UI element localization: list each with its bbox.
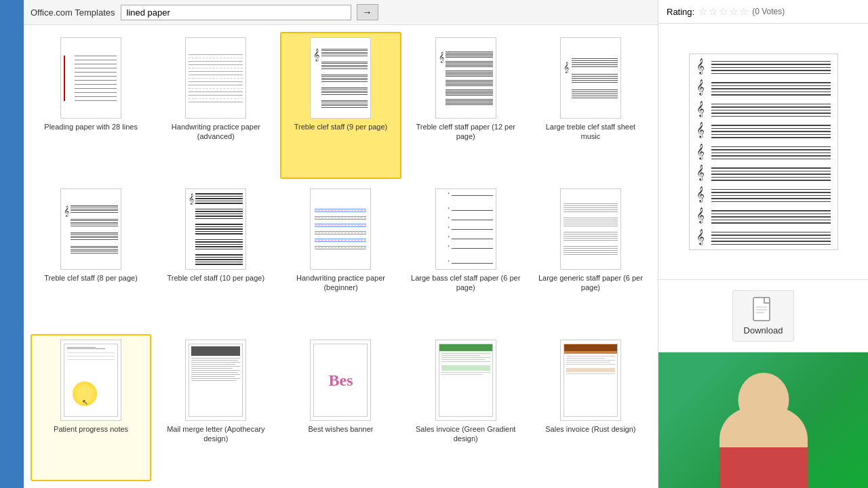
template-grid: Pleading paper with 28 lines — [24, 25, 658, 488]
label-handwriting-advanced: Handwriting practice paper (advanced) — [161, 122, 271, 142]
thumbnail-sales-rust — [560, 340, 621, 421]
template-mail-merge[interactable]: Mail merge letter (Apothecary design) — [155, 334, 276, 481]
webcam-area — [658, 352, 868, 488]
rating-label: Rating: — [667, 7, 694, 17]
download-label: Download — [744, 325, 783, 336]
star-1[interactable]: ☆ — [698, 5, 707, 18]
template-pleading-28[interactable]: Pleading paper with 28 lines — [31, 32, 151, 179]
download-button[interactable]: Download — [732, 290, 795, 342]
thumbnail-handwriting-beginner — [310, 188, 371, 270]
preview-sheet: 𝄞 𝄞 𝄞 — [689, 54, 838, 250]
download-section: Download — [658, 280, 868, 352]
search-button[interactable]: → — [357, 4, 378, 20]
label-large-bass: Large bass clef staff paper (6 per page) — [411, 273, 521, 293]
template-sales-rust[interactable]: Sales invoice (Rust design) — [530, 334, 651, 481]
rating-bar: Rating: ☆ ☆ ☆ ☆ ☆ (0 Votes) — [658, 0, 868, 24]
thumbnail-large-bass: 𝄢 ' ' ' ' ' ' ' ' ' ' — [435, 188, 496, 270]
template-large-generic[interactable]: Large generic staff paper (6 per page) — [530, 183, 651, 330]
template-treble-clef-9[interactable]: 𝄞 — [280, 32, 401, 179]
thumbnail-treble-clef-9: 𝄞 — [310, 37, 371, 119]
webcam-background — [658, 352, 868, 488]
template-treble-clef-12[interactable]: 𝄞 — [406, 32, 526, 179]
label-sales-rust: Sales invoice (Rust design) — [545, 424, 635, 434]
label-sales-green: Sales invoice (Green Gradient design) — [411, 424, 521, 444]
document-icon — [752, 296, 774, 322]
label-treble-clef-9: Treble clef staff (9 per page) — [294, 122, 388, 131]
stars-container: ☆ ☆ ☆ ☆ ☆ — [698, 5, 748, 18]
preview-area: 𝄞 𝄞 𝄞 — [658, 24, 868, 280]
template-treble-clef-10[interactable]: 𝄞 — [155, 183, 276, 330]
label-large-generic: Large generic staff paper (6 per page) — [536, 273, 646, 293]
star-2[interactable]: ☆ — [709, 5, 717, 18]
thumbnail-treble-clef-8: 𝄞 — [60, 188, 121, 270]
thumbnail-handwriting-advanced — [185, 37, 246, 119]
thumbnail-best-wishes: Bes — [310, 340, 371, 421]
star-5[interactable]: ☆ — [739, 5, 748, 18]
label-pleading-28: Pleading paper with 28 lines — [44, 122, 138, 131]
office-label: Office.com Templates — [31, 7, 115, 18]
template-patient-progress[interactable]: ↖ Patient progress notes — [31, 334, 151, 481]
label-patient-progress: Patient progress notes — [54, 424, 128, 434]
right-panel: Rating: ☆ ☆ ☆ ☆ ☆ (0 Votes) 𝄞 — [658, 0, 868, 488]
thumbnail-patient-progress: ↖ — [60, 340, 121, 421]
template-handwriting-beginner[interactable]: Handwriting practice paper (beginner) — [280, 183, 401, 330]
star-4[interactable]: ☆ — [729, 5, 738, 18]
template-sales-green[interactable]: Sales invoice (Green Gradient design) — [406, 334, 526, 481]
thumbnail-treble-clef-10: 𝄞 — [185, 188, 246, 270]
template-treble-clef-8[interactable]: 𝄞 — [31, 183, 151, 330]
left-tab — [0, 0, 24, 488]
thumbnail-pleading-28 — [60, 37, 121, 119]
label-mail-merge: Mail merge letter (Apothecary design) — [161, 424, 271, 444]
thumbnail-large-generic — [560, 188, 621, 270]
label-large-treble: Large treble clef staff sheet music — [536, 122, 646, 142]
vote-count: (0 Votes) — [752, 7, 785, 16]
label-treble-clef-8: Treble clef staff (8 per page) — [44, 273, 138, 283]
thumbnail-treble-clef-12: 𝄞 — [435, 37, 496, 119]
template-best-wishes[interactable]: Bes Best wishes banner — [280, 334, 401, 481]
template-large-treble[interactable]: 𝄞 — [530, 32, 651, 179]
thumbnail-mail-merge — [185, 340, 246, 421]
star-3[interactable]: ☆ — [719, 5, 728, 18]
template-large-bass[interactable]: 𝄢 ' ' ' ' ' ' ' ' ' ' — [406, 183, 526, 330]
label-handwriting-beginner: Handwriting practice paper (beginner) — [285, 273, 395, 293]
main-content: Office.com Templates → — [24, 0, 658, 488]
header-bar: Office.com Templates → — [24, 0, 658, 25]
thumbnail-large-treble: 𝄞 — [560, 37, 621, 119]
label-best-wishes: Best wishes banner — [308, 424, 373, 434]
template-handwriting-advanced[interactable]: Handwriting practice paper (advanced) — [155, 32, 276, 179]
search-input[interactable] — [121, 5, 351, 20]
thumbnail-sales-green — [435, 340, 496, 421]
label-treble-clef-10: Treble clef staff (10 per page) — [167, 273, 264, 283]
label-treble-clef-12: Treble cleff staff paper (12 per page) — [411, 122, 521, 142]
